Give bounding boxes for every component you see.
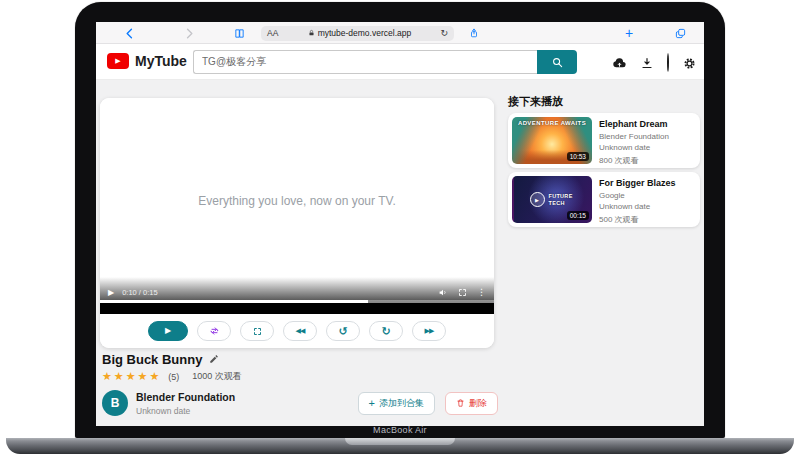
brand-name: MyTube: [135, 53, 187, 69]
video-player[interactable]: Everything you love, now on your TV. ▶ 0…: [100, 98, 494, 314]
up-next-item[interactable]: ADVENTURE AWAITS 10:53 Elephant Dream Bl…: [508, 113, 700, 168]
share-icon: [469, 27, 479, 39]
lock-icon: [308, 29, 315, 37]
cloud-upload-icon: [612, 57, 627, 69]
playback-controls: ▶ ◀◀ ↺ ↻ ▶▶: [100, 314, 494, 348]
search-icon: [552, 57, 563, 68]
search-input[interactable]: [193, 50, 537, 74]
back-chevron-icon: [125, 28, 133, 39]
macbook-mockup: AA mytube-demo.vercel.app ↻ +: [0, 0, 800, 459]
theme-toggle-button[interactable]: [667, 54, 669, 72]
delete-button[interactable]: 删除: [445, 392, 498, 415]
channel-avatar[interactable]: B: [102, 390, 128, 416]
video-title-row: Big Buck Bunny: [102, 350, 219, 368]
tabs-overview-button[interactable]: [672, 22, 688, 44]
browser-toolbar: AA mytube-demo.vercel.app ↻ +: [96, 22, 704, 44]
header-actions: [612, 54, 696, 72]
video-thumbnail[interactable]: ADVENTURE AWAITS 10:53: [512, 117, 592, 164]
rating-count: (5): [168, 372, 179, 382]
star-rating[interactable]: ★★★★★: [102, 370, 161, 383]
download-button[interactable]: [641, 57, 653, 69]
fullscreen-button[interactable]: [240, 321, 274, 341]
laptop-base-notch: [345, 438, 455, 445]
up-next-channel: Google: [599, 191, 676, 200]
plus-icon: +: [369, 398, 375, 409]
mytube-logo-icon: ▶: [107, 53, 129, 69]
settings-button[interactable]: [683, 57, 696, 70]
player-message: Everything you love, now on your TV.: [100, 194, 494, 208]
expand-icon: [253, 327, 262, 336]
player-menu-icon[interactable]: ⋮: [477, 288, 486, 297]
up-next-date: Unknown date: [599, 202, 676, 211]
theme-toggle-icon: [667, 53, 669, 72]
play-circle-icon: ▶: [530, 192, 545, 207]
download-icon: [641, 57, 653, 69]
url-text: mytube-demo.vercel.app: [318, 28, 412, 38]
duration-badge: 00:15: [567, 211, 589, 220]
pencil-icon: [209, 354, 219, 364]
up-next-views: 800 次观看: [599, 155, 669, 166]
video-bottom-strip: [100, 303, 494, 314]
thumbnail-caption: ADVENTURE AWAITS: [512, 120, 592, 126]
view-count: 1000 次观看: [192, 370, 242, 383]
loop-button[interactable]: [197, 321, 231, 341]
back-button[interactable]: [122, 22, 136, 44]
up-next-heading: 接下来播放: [508, 94, 563, 109]
share-button[interactable]: [467, 22, 481, 44]
mytube-logo[interactable]: ▶ MyTube: [107, 53, 187, 69]
browser-window: AA mytube-demo.vercel.app ↻ +: [96, 22, 704, 426]
forward-button[interactable]: [183, 22, 197, 44]
gear-icon: [683, 57, 696, 70]
thumbnail-caption: FUTURE TECH: [549, 193, 575, 206]
book-icon: [234, 28, 245, 39]
edit-title-button[interactable]: [209, 350, 219, 368]
new-tab-button[interactable]: +: [622, 22, 636, 44]
player-fullscreen-icon[interactable]: [458, 288, 467, 297]
tabs-icon: [675, 28, 686, 39]
channel-row: B Blender Foundation Unknown date + 添加到合…: [102, 390, 498, 416]
address-bar[interactable]: AA mytube-demo.vercel.app ↻: [261, 26, 454, 41]
up-next-views: 500 次观看: [599, 214, 676, 225]
reload-button[interactable]: ↻: [440, 28, 448, 38]
search-bar: [193, 50, 577, 74]
forward-chevron-icon: [186, 28, 194, 39]
seek-forward-button[interactable]: ↻: [369, 321, 403, 341]
bookmarks-button[interactable]: [231, 22, 247, 44]
up-next-channel: Blender Foundation: [599, 132, 669, 141]
device-label: MacBook Air: [75, 425, 725, 435]
channel-name[interactable]: Blender Foundation: [136, 391, 235, 403]
up-next-title[interactable]: Elephant Dream: [599, 119, 669, 129]
loop-icon: [209, 326, 220, 336]
rewind-button[interactable]: ◀◀: [283, 321, 317, 341]
add-to-collection-button[interactable]: + 添加到合集: [358, 392, 435, 415]
seek-back-button[interactable]: ↺: [326, 321, 360, 341]
reader-aa-button[interactable]: AA: [267, 28, 278, 38]
fast-forward-button[interactable]: ▶▶: [412, 321, 446, 341]
rating-row: ★★★★★ (5) 1000 次观看: [102, 370, 242, 383]
duration-badge: 10:53: [567, 152, 589, 161]
video-thumbnail[interactable]: ▶ FUTURE TECH 00:15: [512, 176, 592, 223]
video-player-card: Everything you love, now on your TV. ▶ 0…: [100, 98, 494, 348]
up-next-date: Unknown date: [599, 143, 669, 152]
search-button[interactable]: [537, 50, 577, 74]
up-next-title[interactable]: For Bigger Blazes: [599, 178, 676, 188]
volume-icon[interactable]: [438, 288, 448, 297]
laptop-screen-bezel: AA mytube-demo.vercel.app ↻ +: [75, 2, 725, 438]
upload-button[interactable]: [612, 57, 627, 69]
trash-icon: [456, 398, 465, 408]
site-header: ▶ MyTube: [96, 44, 704, 80]
up-next-item[interactable]: ▶ FUTURE TECH 00:15 For Bigger Blazes Go…: [508, 172, 700, 227]
main-content: Everything you love, now on your TV. ▶ 0…: [96, 80, 704, 426]
video-title: Big Buck Bunny: [102, 352, 202, 367]
play-button[interactable]: ▶: [148, 321, 188, 341]
laptop-base: [6, 438, 794, 454]
player-play-button[interactable]: ▶: [108, 288, 114, 297]
player-time-display: 0:10 / 0:15: [122, 288, 157, 297]
upload-date: Unknown date: [136, 406, 235, 416]
